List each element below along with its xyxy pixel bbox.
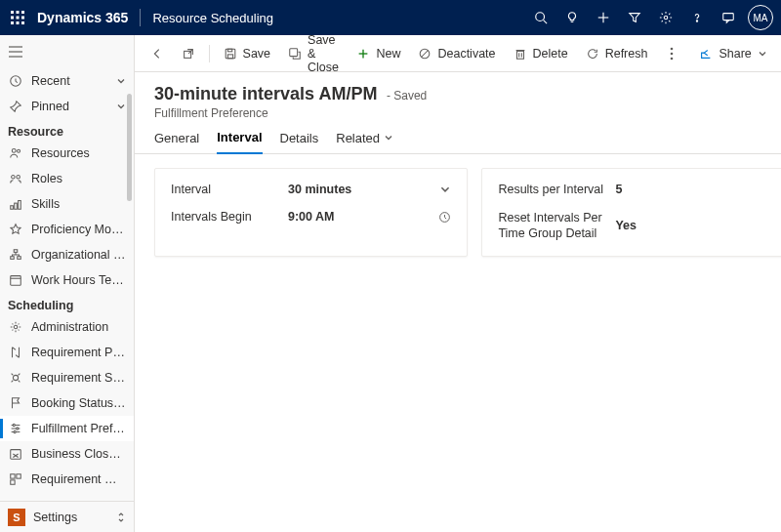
new-button[interactable]: New [349, 40, 408, 67]
user-avatar[interactable]: MA [748, 5, 773, 30]
sidebar-item-req-status[interactable]: Requirement Stat... [0, 365, 134, 390]
field-interval[interactable]: Interval 30 minutes [171, 183, 451, 196]
sidebar-label: Skills [31, 197, 126, 211]
refresh-button[interactable]: Refresh [578, 40, 656, 67]
open-new-window-button[interactable] [174, 40, 203, 67]
sidebar-item-org-units[interactable]: Organizational Un... [0, 242, 134, 267]
sidebar-item-business-closures[interactable]: Business Closures [0, 441, 134, 467]
svg-rect-44 [11, 480, 15, 484]
app-name[interactable]: Resource Scheduling [152, 11, 273, 25]
overflow-button[interactable] [657, 40, 686, 67]
button-label: Refresh [605, 47, 648, 61]
chat-icon[interactable] [713, 0, 744, 35]
sidebar-label: Administration [31, 320, 126, 334]
sidebar-recent[interactable]: Recent [0, 68, 134, 94]
tab-related[interactable]: Related [336, 130, 393, 153]
field-label: Intervals Begin [171, 210, 288, 224]
back-button[interactable] [143, 40, 172, 67]
filter-icon[interactable] [619, 0, 650, 35]
sidebar-label: Work Hours Temp... [31, 273, 126, 287]
popout-icon [182, 47, 195, 61]
roles-icon [8, 171, 23, 186]
plus-icon[interactable] [588, 0, 619, 35]
separator [209, 45, 210, 62]
sidebar-item-administration[interactable]: Administration [0, 314, 134, 340]
lightbulb-icon[interactable] [556, 0, 588, 35]
field-results-per-interval[interactable]: Results per Interval 5 [498, 183, 778, 196]
svg-point-14 [664, 16, 668, 20]
svg-rect-47 [227, 49, 231, 52]
chevron-down-icon [758, 49, 767, 59]
sidebar-item-fulfillment-preferences[interactable]: Fulfillment Prefer... [0, 416, 134, 441]
sidebar-item-roles[interactable]: Roles [0, 166, 134, 191]
svg-rect-26 [15, 203, 18, 209]
brand-name[interactable]: Dynamics 365 [37, 10, 128, 25]
tab-interval[interactable]: Interval [217, 130, 262, 154]
svg-point-15 [696, 20, 697, 21]
field-reset-intervals[interactable]: Reset Intervals Per Time Group Detail Ye… [498, 210, 778, 242]
field-value: 30 minutes [288, 183, 351, 196]
sidebar-pinned[interactable]: Pinned [0, 94, 134, 119]
save-button[interactable]: Save [216, 40, 279, 67]
clock-icon [8, 73, 23, 89]
clock-icon[interactable] [438, 211, 451, 224]
sidebar-toggle[interactable] [0, 35, 134, 68]
gear-icon[interactable] [650, 0, 681, 35]
tab-details[interactable]: Details [280, 130, 319, 153]
svg-point-24 [17, 176, 21, 180]
sidebar-label: Pinned [31, 100, 108, 113]
sidebar-item-req-groups[interactable]: Requirement Gro... [0, 467, 134, 492]
avatar-initials: MA [754, 13, 768, 23]
button-label: New [376, 47, 400, 61]
share-button[interactable]: Share [690, 40, 775, 67]
svg-rect-54 [516, 51, 523, 59]
svg-point-39 [17, 428, 19, 430]
field-intervals-begin[interactable]: Intervals Begin 9:00 AM [171, 210, 451, 224]
priority-icon [8, 345, 23, 360]
svg-rect-41 [11, 450, 21, 460]
gear-icon [8, 319, 23, 335]
command-bar: Save Save & Close New Deactivate Delete … [135, 35, 781, 72]
svg-rect-31 [11, 276, 21, 286]
save-close-button[interactable]: Save & Close [280, 40, 347, 67]
delete-button[interactable]: Delete [506, 40, 576, 67]
sidebar-item-skills[interactable]: Skills [0, 191, 134, 217]
sidebar-item-resources[interactable]: Resources [0, 141, 134, 166]
star-icon [8, 222, 23, 237]
sidebar-label: Recent [31, 74, 108, 88]
divider [140, 9, 141, 26]
chevron-down-icon [116, 102, 126, 111]
record-entity-name: Fulfillment Preference [154, 106, 781, 120]
svg-rect-28 [14, 250, 18, 253]
svg-line-10 [544, 20, 548, 24]
svg-point-60 [671, 57, 674, 60]
chevron-down-icon[interactable] [439, 184, 451, 195]
svg-rect-7 [17, 21, 20, 24]
sidebar-area-switcher[interactable]: S Settings [0, 501, 134, 532]
svg-rect-0 [11, 11, 14, 14]
svg-rect-29 [11, 257, 15, 260]
calendar-icon [8, 272, 23, 288]
svg-rect-1 [17, 11, 20, 14]
deactivate-button[interactable]: Deactivate [410, 40, 503, 67]
svg-rect-8 [21, 21, 24, 24]
sidebar-label: Requirement Gro... [31, 472, 126, 486]
sidebar-item-proficiency[interactable]: Proficiency Models [0, 217, 134, 242]
form-tabs: General Interval Details Related [135, 120, 781, 154]
sidebar-item-work-hours[interactable]: Work Hours Temp... [0, 267, 134, 293]
people-icon [8, 145, 23, 161]
sidebar-item-booking-statuses[interactable]: Booking Statuses [0, 390, 134, 416]
record-title: 30-minute intervals AM/PM [154, 84, 377, 103]
search-icon[interactable] [525, 0, 556, 35]
svg-point-58 [671, 47, 674, 50]
field-value: Yes [615, 219, 637, 232]
tab-general[interactable]: General [154, 130, 199, 153]
help-icon[interactable] [681, 0, 713, 35]
field-label: Reset Intervals Per Time Group Detail [498, 210, 615, 242]
app-launcher-icon[interactable] [8, 8, 27, 27]
sidebar-label: Booking Statuses [31, 396, 126, 410]
status-icon [8, 370, 23, 386]
main-area: Save Save & Close New Deactivate Delete … [135, 35, 781, 532]
scrollbar[interactable] [127, 94, 132, 201]
sidebar-item-req-priority[interactable]: Requirement Prior... [0, 340, 134, 365]
